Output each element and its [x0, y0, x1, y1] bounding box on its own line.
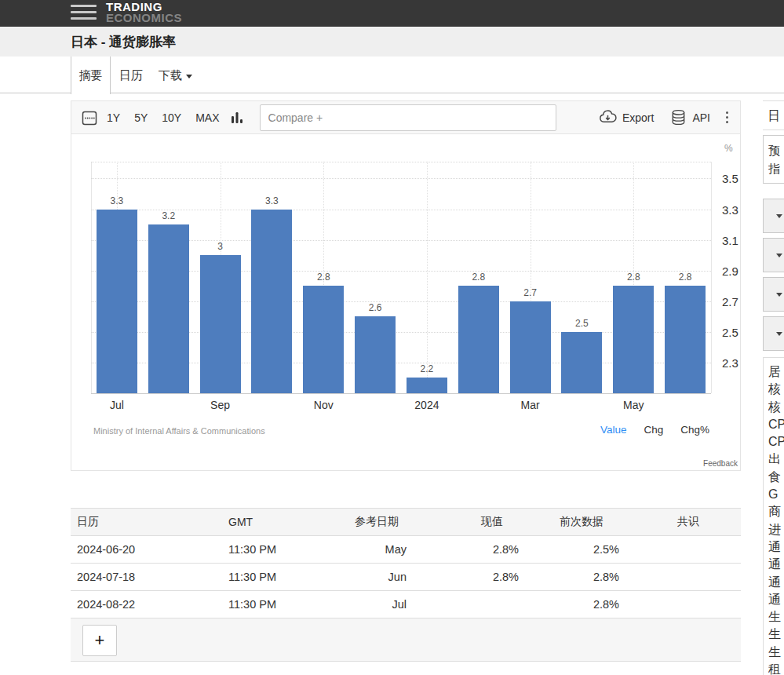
related-indicator-link[interactable]: 通	[768, 574, 784, 591]
bar-value-label: 2.8	[455, 272, 502, 283]
related-indicator-link[interactable]: 商	[768, 503, 784, 520]
y-axis-unit-label: %	[724, 143, 733, 154]
bar[interactable]	[561, 332, 602, 393]
range-1y-button[interactable]: 1Y	[104, 110, 122, 126]
tab-summary[interactable]: 摘要	[71, 57, 111, 94]
related-indicator-link[interactable]: CP	[768, 433, 784, 451]
col-reference: 参考日期	[348, 509, 408, 536]
sidebar-heading: 日	[763, 100, 784, 130]
x-tick-label: May	[606, 399, 661, 411]
toggle-chg[interactable]: Chg	[644, 424, 663, 436]
right-sidebar: 日 预 指 居核核CPCP出食G商进通通通通生生生租	[763, 100, 784, 130]
related-indicator-link[interactable]: CP	[768, 416, 784, 433]
sidebar-link-forecast[interactable]: 预	[768, 141, 784, 159]
trading-economics-logo[interactable]: TRADING ECONOMICS	[106, 2, 182, 24]
bar[interactable]	[200, 255, 241, 393]
sidebar-link-indicators[interactable]: 指	[768, 159, 784, 177]
feedback-link[interactable]: Feedback	[703, 459, 738, 468]
table-cell: Jul	[348, 591, 408, 618]
col-gmt: GMT	[228, 509, 348, 536]
api-database-icon[interactable]	[668, 108, 688, 128]
table-cell: 11:30 PM	[228, 564, 348, 591]
y-tick-label: 3.3	[722, 203, 738, 217]
export-cloud-download-icon[interactable]	[598, 108, 618, 128]
gridline	[91, 162, 711, 162]
bar-chart-plot: 3.33.233.32.82.62.22.82.72.52.82.8JulSep…	[91, 162, 711, 393]
bar[interactable]	[251, 210, 292, 393]
plot-right-edge	[711, 162, 712, 393]
related-indicator-link[interactable]: G	[768, 486, 784, 503]
hamburger-menu-icon[interactable]	[71, 5, 97, 22]
range-max-button[interactable]: MAX	[193, 110, 221, 126]
bar-value-label: 3.3	[93, 195, 140, 206]
col-calendar: 日历	[71, 509, 228, 536]
related-indicator-link[interactable]: 生	[768, 644, 784, 661]
related-indicator-link[interactable]: 进	[768, 521, 784, 538]
toggle-chg-pct[interactable]: Chg%	[680, 424, 709, 436]
related-indicators-list: 居核核CPCP出食G商进通通通通生生生租	[763, 357, 784, 675]
more-options-kebab-icon[interactable]	[721, 109, 732, 126]
api-button[interactable]: API	[692, 111, 710, 124]
sidebar-dropdown-2[interactable]	[763, 238, 784, 272]
bar[interactable]	[613, 286, 654, 393]
bar[interactable]	[407, 378, 447, 393]
table-cell: 2.5%	[520, 536, 621, 564]
related-indicator-link[interactable]: 通	[768, 538, 784, 556]
table-row[interactable]: 2024-06-2011:30 PMMay2.8%2.5%	[71, 536, 741, 564]
related-indicator-link[interactable]: 食	[768, 469, 784, 486]
sidebar-dropdown-4[interactable]	[763, 316, 784, 351]
table-row[interactable]: 2024-07-1811:30 PMJun2.8%2.8%	[71, 564, 741, 591]
bar-value-label: 2.5	[558, 318, 605, 329]
bar[interactable]	[148, 224, 189, 393]
table-cell: 2024-08-22	[71, 591, 228, 618]
col-actual: 现值	[408, 509, 520, 536]
calendar-footer: +	[71, 618, 741, 662]
chart-type-icon[interactable]	[227, 108, 247, 128]
bar[interactable]	[510, 301, 551, 393]
col-consensus: 共识	[621, 509, 741, 536]
related-indicator-link[interactable]: 通	[768, 591, 784, 608]
table-cell: 2024-07-18	[71, 564, 228, 591]
y-tick-label: 2.7	[722, 295, 738, 308]
related-indicator-link[interactable]: 出	[768, 451, 784, 468]
chevron-down-icon	[776, 214, 782, 218]
calendar-range-icon[interactable]	[79, 108, 100, 128]
table-cell: Jun	[348, 564, 408, 591]
table-cell: 2.8%	[408, 536, 520, 564]
bar-value-label: 2.8	[610, 272, 657, 283]
related-indicator-link[interactable]: 居	[768, 363, 784, 381]
bar[interactable]	[355, 316, 396, 393]
add-button[interactable]: +	[82, 625, 117, 656]
bar[interactable]	[665, 286, 706, 393]
tab-calendar[interactable]: 日历	[119, 57, 143, 93]
related-indicator-link[interactable]: 核	[768, 381, 784, 398]
export-button[interactable]: Export	[622, 111, 654, 124]
x-tick-label: Jul	[89, 399, 144, 411]
bar-value-label: 2.2	[403, 363, 450, 374]
chevron-down-icon	[776, 332, 782, 336]
title-bar: 日本 - 通货膨胀率	[0, 27, 784, 57]
table-cell	[621, 591, 741, 618]
related-indicator-link[interactable]: 生	[768, 626, 784, 643]
sidebar-dropdown-3[interactable]	[763, 277, 784, 312]
bar[interactable]	[458, 286, 499, 393]
related-indicator-link[interactable]: 核	[768, 399, 784, 416]
related-indicator-link[interactable]: 通	[768, 556, 784, 573]
range-5y-button[interactable]: 5Y	[132, 110, 150, 126]
table-cell: 2024-06-20	[71, 536, 228, 564]
tab-download[interactable]: 下载	[159, 57, 192, 93]
related-indicator-link[interactable]: 租	[768, 661, 784, 675]
bar[interactable]	[97, 210, 137, 393]
gridline	[91, 178, 711, 179]
bar-value-label: 3	[197, 241, 244, 252]
bar[interactable]	[303, 286, 344, 393]
related-indicator-link[interactable]: 生	[768, 608, 784, 626]
sidebar-dropdown-1[interactable]	[763, 199, 784, 233]
table-row[interactable]: 2024-08-2211:30 PMJul2.8%	[71, 591, 741, 618]
range-10y-button[interactable]: 10Y	[159, 110, 184, 126]
compare-input[interactable]	[260, 104, 556, 131]
toggle-value[interactable]: Value	[600, 424, 627, 436]
y-tick-label: 2.9	[722, 265, 738, 278]
x-tick-label: Sep	[193, 399, 248, 411]
x-tick-label: Mar	[503, 399, 558, 411]
